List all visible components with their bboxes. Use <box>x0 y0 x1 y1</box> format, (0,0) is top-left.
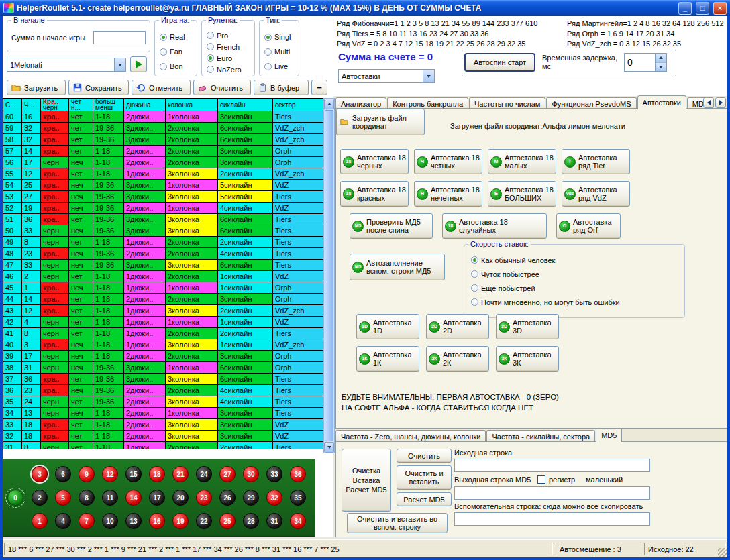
run-preset-button[interactable] <box>130 56 147 72</box>
speed-radio-option[interactable]: Чуток побыстрее <box>471 267 684 281</box>
aux-clear-paste-button[interactable]: Очистить и вставить во вспом. строку <box>347 513 448 533</box>
table-row[interactable]: 418чернчет1-181дюжи..2колонка2сиклайнTie… <box>3 328 323 339</box>
board-number-2[interactable]: 2 <box>32 490 48 506</box>
autobet-combobox[interactable]: Автоставки <box>338 69 435 83</box>
table-row[interactable]: 318чернчет1-181дюжи..2колонка2сиклайнTie… <box>3 442 323 449</box>
tab-scroll-right-button[interactable] <box>715 97 726 108</box>
table-row[interactable]: 5425кра..неч19-363дюжи..1колонка5сиклайн… <box>3 180 323 191</box>
table-row[interactable]: 5219кра..неч19-362дюжи..1колонка4сиклайн… <box>3 203 323 214</box>
scroll-up-button[interactable] <box>324 99 334 109</box>
board-number-24[interactable]: 24 <box>196 466 212 482</box>
begin-sum-input[interactable] <box>93 31 146 44</box>
board-number-5[interactable]: 5 <box>55 490 71 506</box>
md5-clear-paste-button[interactable]: Очистить и вставить <box>397 465 452 490</box>
autobet-button[interactable]: М Автоставка 18 малых <box>488 149 556 174</box>
board-number-7[interactable]: 7 <box>79 513 95 529</box>
board-number-12[interactable]: 12 <box>102 466 118 482</box>
table-row[interactable]: 3736кра..чет19-363дюжи..3колонка6сиклайн… <box>3 374 323 385</box>
table-row[interactable]: 5832кра..чет19-363дюжи..2колонка6сиклайн… <box>3 134 323 146</box>
board-number-11[interactable]: 11 <box>102 490 118 506</box>
table-row[interactable]: 5512кра..чет1-181дюжи..3колонка2сиклайнV… <box>3 168 323 180</box>
autofill-md5-button[interactable]: М5 Автозаполнение вспом. строки МД5 <box>350 254 445 280</box>
register-checkbox[interactable] <box>537 475 545 484</box>
delay-spinner[interactable] <box>624 53 667 72</box>
md5-clear-button[interactable]: Очистить <box>397 449 452 463</box>
autobet-button[interactable]: О Автоставка ряд Orf <box>556 213 621 239</box>
source-string-input[interactable] <box>454 459 650 472</box>
autobet-button[interactable]: 1D Автоставка 1D <box>356 314 419 339</box>
tab-scroll-left-button[interactable] <box>703 97 714 108</box>
board-number-22[interactable]: 22 <box>196 513 212 529</box>
board-number-14[interactable]: 14 <box>125 490 142 506</box>
board-number-20[interactable]: 20 <box>172 490 189 506</box>
table-row[interactable]: 4733черннеч19-363дюжи..3колонка6сиклайнT… <box>3 260 323 271</box>
table-row[interactable]: 3917черннеч1-182дюжи..2колонка3сиклайнOr… <box>3 351 323 362</box>
tab[interactable]: Автоставки <box>637 95 686 109</box>
table-row[interactable]: 403кра..неч1-181дюжи..3колонка1сиклайнVd… <box>3 339 323 351</box>
table-row[interactable]: 451кра..неч1-181дюжи..1колонка1сиклайнOr… <box>3 282 323 294</box>
board-number-23[interactable]: 23 <box>196 490 212 506</box>
speed-radio-option[interactable]: Почти мгновенно, но могут быть ошибки <box>471 295 684 309</box>
roulette-radio-option[interactable]: French <box>207 41 254 52</box>
autobet-button[interactable]: 18 Автоставка 18 красных <box>340 181 409 207</box>
table-row[interactable]: 424чернчет1-181дюжи..1колонка1сиклайнVdZ <box>3 317 323 328</box>
table-row[interactable]: 6016кра..чет1-182дюжи..1колонка3сиклайнT… <box>3 111 323 123</box>
close-button[interactable]: × <box>713 2 727 15</box>
spin-up-button[interactable] <box>656 54 666 63</box>
autobet-button[interactable]: Б Автоставка 18 БОЛЬШИХ <box>488 181 556 207</box>
table-row[interactable]: 3318кра..чет1-182дюжи..3колонка3сиклайнV… <box>3 419 323 431</box>
table-row[interactable]: 3524чернчет19-362дюжи..3колонка4сиклайнT… <box>3 396 323 408</box>
autobet-button[interactable]: М5 Проверить МД5 после спина <box>350 213 433 239</box>
board-number-19[interactable]: 19 <box>172 513 189 529</box>
autospin-start-button[interactable]: Автоспин старт <box>464 53 535 72</box>
load-button[interactable]: Загрузить <box>7 80 66 95</box>
game-radio-option[interactable]: Fan <box>160 44 196 59</box>
board-number-8[interactable]: 8 <box>79 490 95 506</box>
board-number-30[interactable]: 30 <box>243 466 259 482</box>
delay-input[interactable] <box>625 54 655 71</box>
table-row[interactable]: 498чернчет1-181дюжи..2колонка2сиклайнTie… <box>3 237 323 248</box>
minimize-button[interactable]: _ <box>678 2 692 15</box>
dropdown-button[interactable] <box>423 70 434 82</box>
speed-radio-option[interactable]: Еще побыстрей <box>471 281 684 295</box>
board-number-32[interactable]: 32 <box>266 490 282 506</box>
board-number-3[interactable]: 3 <box>32 466 48 482</box>
scrollbar-thumb[interactable] <box>325 110 333 441</box>
autobet-button[interactable]: 2D Автоставка 2D <box>426 314 489 339</box>
tab[interactable]: Частота - сиклайны, сектора <box>486 430 595 442</box>
board-number-21[interactable]: 21 <box>172 466 189 482</box>
table-row[interactable]: 4312кра..чет1-181дюжи..3колонка2сиклайнV… <box>3 305 323 317</box>
table-row[interactable]: 3831черннеч19-363дюжи..1колонка6сиклайнO… <box>3 362 323 374</box>
autobet-button[interactable]: Н Автоставка 18 нечетных <box>414 181 482 207</box>
board-number-36[interactable]: 36 <box>290 466 306 482</box>
aux-string-input[interactable] <box>454 512 650 526</box>
roulette-radio-option[interactable]: Pro <box>207 30 254 41</box>
type-radio-option[interactable]: Singl <box>264 30 298 44</box>
board-number-25[interactable]: 25 <box>219 513 236 529</box>
board-number-15[interactable]: 15 <box>125 466 142 482</box>
table-row[interactable]: 3218кра..чет1-182дюжи..3колонка3сиклайнV… <box>3 431 323 442</box>
game-radio-option[interactable]: Real <box>160 30 196 44</box>
board-number-31[interactable]: 31 <box>266 513 282 529</box>
table-row[interactable]: 462чернчет1-181дюжи..2колонка1сиклайнVdZ <box>3 271 323 282</box>
autobet-button[interactable]: 18 Автоставка 18 черных <box>340 149 409 174</box>
table-row[interactable]: 5327кра..неч19-363дюжи..3колонка5сиклайн… <box>3 191 323 203</box>
titlebar[interactable]: HelperRoullet 5.1- create helperroullet@… <box>0 0 730 16</box>
board-number-10[interactable]: 10 <box>102 513 118 529</box>
roulette-radio-option[interactable]: Euro <box>207 52 254 64</box>
table-row[interactable]: 3413черннеч1-182дюжи..1колонка3сиклайнTi… <box>3 408 323 419</box>
board-number-29[interactable]: 29 <box>243 490 259 506</box>
game-radio-option[interactable]: Bon <box>160 59 196 74</box>
undo-button[interactable]: Отменить <box>132 80 191 95</box>
table-scrollbar[interactable] <box>323 98 335 453</box>
autobet-button[interactable]: 1К Автоставка 1К <box>356 346 419 372</box>
dropdown-button[interactable] <box>114 58 125 71</box>
table-row[interactable]: 5033черннеч19-363дюжи..3колонка6сиклайнT… <box>3 225 323 237</box>
resize-grip[interactable] <box>718 548 727 557</box>
table-row[interactable]: 5136кра..чет19-363дюжи..3колонка6сиклайн… <box>3 214 323 225</box>
output-string-input[interactable] <box>454 486 650 500</box>
board-number-1[interactable]: 1 <box>32 513 48 529</box>
table-row[interactable]: 5714кра..чет1-182дюжи..2колонка3сиклайнO… <box>3 146 323 157</box>
autobet-button[interactable]: 3D Автоставка 3D <box>496 314 559 339</box>
table-row[interactable]: 4414кра..чет1-182дюжи..2колонка3сиклайнO… <box>3 294 323 305</box>
